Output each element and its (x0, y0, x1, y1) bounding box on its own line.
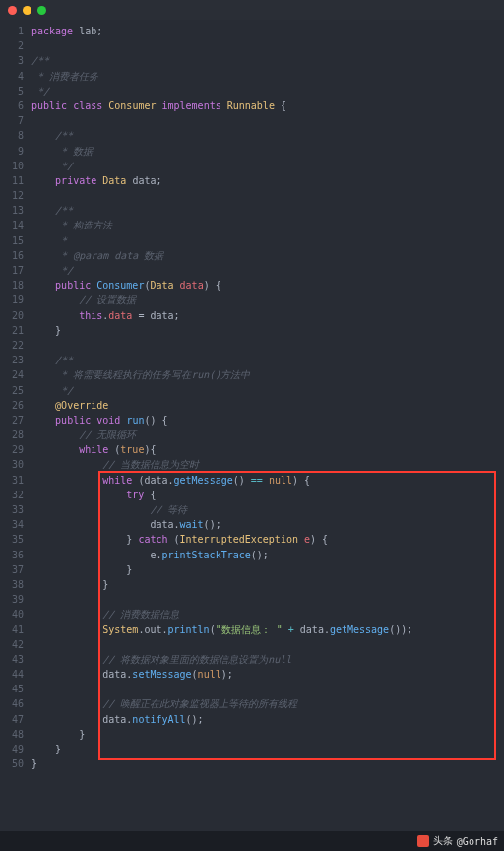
code-line[interactable]: 34 data.wait(); (0, 517, 504, 532)
line-content[interactable]: * (32, 233, 504, 248)
code-line[interactable]: 2 (0, 38, 504, 53)
code-line[interactable]: 30 // 当数据信息为空时 (0, 457, 504, 472)
line-content[interactable]: } (32, 742, 504, 756)
line-content[interactable]: } (32, 756, 504, 771)
line-content[interactable]: * 将需要线程执行的任务写在run()方法中 (32, 367, 504, 382)
code-line[interactable]: 36 e.printStackTrace(); (0, 548, 504, 562)
code-line[interactable]: 45 (0, 682, 504, 696)
maximize-icon[interactable] (37, 6, 46, 15)
line-content[interactable]: while (true){ (32, 442, 504, 457)
line-content[interactable]: try { (32, 488, 504, 502)
code-line[interactable]: 41 System.out.println("数据信息： " + data.ge… (0, 622, 504, 637)
code-line[interactable]: 42 (0, 637, 504, 652)
code-line[interactable]: 32 try { (0, 488, 504, 502)
line-content[interactable]: } catch (InterruptedException e) { (32, 532, 504, 547)
code-line[interactable]: 5 */ (0, 84, 504, 98)
line-content[interactable]: // 将数据对象里面的数据信息设置为null (32, 652, 504, 667)
line-content[interactable]: private Data data; (32, 173, 504, 188)
line-content[interactable]: data.setMessage(null); (32, 667, 504, 682)
code-line[interactable]: 28 // 无限循环 (0, 427, 504, 442)
line-content[interactable]: // 唤醒正在此对象监视器上等待的所有线程 (32, 696, 504, 711)
line-content[interactable]: } (32, 577, 504, 592)
line-content[interactable]: /** (32, 353, 504, 367)
code-line[interactable]: 33 // 等待 (0, 502, 504, 517)
code-line[interactable]: 43 // 将数据对象里面的数据信息设置为null (0, 652, 504, 667)
code-line[interactable]: 44 data.setMessage(null); (0, 667, 504, 682)
line-content[interactable]: public Consumer(Data data) { (32, 278, 504, 293)
line-content[interactable]: * @param data 数据 (32, 248, 504, 263)
code-line[interactable]: 31 while (data.getMessage() == null) { (0, 473, 504, 488)
code-line[interactable]: 35 } catch (InterruptedException e) { (0, 532, 504, 547)
code-line[interactable]: 23 /** (0, 353, 504, 367)
line-content[interactable]: // 消费数据信息 (32, 607, 504, 622)
code-line[interactable]: 37 } (0, 562, 504, 577)
line-content[interactable]: data.wait(); (32, 517, 504, 532)
code-line[interactable]: 15 * (0, 233, 504, 248)
code-line[interactable]: 7 (0, 113, 504, 128)
code-line[interactable]: 1package lab; (0, 24, 504, 38)
line-content[interactable]: while (data.getMessage() == null) { (32, 473, 504, 488)
code-line[interactable]: 48 } (0, 727, 504, 742)
code-line[interactable]: 17 */ (0, 263, 504, 278)
line-content[interactable]: data.notifyAll(); (32, 712, 504, 727)
code-line[interactable]: 21 } (0, 323, 504, 338)
line-content[interactable]: } (32, 562, 504, 577)
code-line[interactable]: 22 (0, 338, 504, 353)
code-line[interactable]: 47 data.notifyAll(); (0, 712, 504, 727)
line-content[interactable]: /** (32, 203, 504, 218)
code-line[interactable]: 19 // 设置数据 (0, 293, 504, 307)
code-line[interactable]: 20 this.data = data; (0, 308, 504, 323)
line-content[interactable]: this.data = data; (32, 308, 504, 323)
code-line[interactable]: 11 private Data data; (0, 173, 504, 188)
line-content[interactable]: */ (32, 159, 504, 173)
code-line[interactable]: 29 while (true){ (0, 442, 504, 457)
brand-icon (417, 835, 429, 847)
line-content[interactable]: @Override (32, 398, 504, 413)
close-icon[interactable] (8, 6, 17, 15)
line-number: 18 (0, 278, 32, 293)
line-content[interactable]: // 设置数据 (32, 293, 504, 307)
code-line[interactable]: 18 public Consumer(Data data) { (0, 278, 504, 293)
code-line[interactable]: 8 /** (0, 128, 504, 143)
minimize-icon[interactable] (23, 6, 32, 15)
line-content[interactable]: // 无限循环 (32, 427, 504, 442)
line-content[interactable]: // 当数据信息为空时 (32, 457, 504, 472)
code-line[interactable]: 14 * 构造方法 (0, 218, 504, 232)
line-content[interactable]: /** (32, 53, 504, 68)
line-content[interactable]: public void run() { (32, 413, 504, 427)
line-content[interactable]: /** (32, 128, 504, 143)
code-line[interactable]: 38 } (0, 577, 504, 592)
code-line[interactable]: 49 } (0, 742, 504, 756)
code-line[interactable]: 4 * 消费者任务 (0, 69, 504, 84)
line-number: 25 (0, 383, 32, 398)
code-line[interactable]: 27 public void run() { (0, 413, 504, 427)
line-content[interactable]: */ (32, 84, 504, 98)
code-line[interactable]: 50} (0, 756, 504, 771)
line-content[interactable]: } (32, 727, 504, 742)
line-content[interactable]: */ (32, 263, 504, 278)
code-line[interactable]: 16 * @param data 数据 (0, 248, 504, 263)
code-line[interactable]: 12 (0, 188, 504, 203)
line-content[interactable]: * 消费者任务 (32, 69, 504, 84)
line-content[interactable]: System.out.println("数据信息： " + data.getMe… (32, 622, 504, 637)
line-content[interactable]: * 构造方法 (32, 218, 504, 232)
code-line[interactable]: 39 (0, 592, 504, 607)
code-line[interactable]: 46 // 唤醒正在此对象监视器上等待的所有线程 (0, 696, 504, 711)
code-line[interactable]: 25 */ (0, 383, 504, 398)
line-content[interactable]: } (32, 323, 504, 338)
code-line[interactable]: 24 * 将需要线程执行的任务写在run()方法中 (0, 367, 504, 382)
line-content[interactable]: package lab; (32, 24, 504, 38)
code-editor[interactable]: 1package lab;23/**4 * 消费者任务5 */6public c… (0, 20, 504, 771)
code-line[interactable]: 10 */ (0, 159, 504, 173)
code-line[interactable]: 3/** (0, 53, 504, 68)
code-line[interactable]: 6public class Consumer implements Runnab… (0, 98, 504, 113)
code-line[interactable]: 9 * 数据 (0, 144, 504, 159)
code-line[interactable]: 26 @Override (0, 398, 504, 413)
code-line[interactable]: 13 /** (0, 203, 504, 218)
line-content[interactable]: public class Consumer implements Runnabl… (32, 98, 504, 113)
line-content[interactable]: e.printStackTrace(); (32, 548, 504, 562)
code-line[interactable]: 40 // 消费数据信息 (0, 607, 504, 622)
line-content[interactable]: */ (32, 383, 504, 398)
line-content[interactable]: * 数据 (32, 144, 504, 159)
line-content[interactable]: // 等待 (32, 502, 504, 517)
